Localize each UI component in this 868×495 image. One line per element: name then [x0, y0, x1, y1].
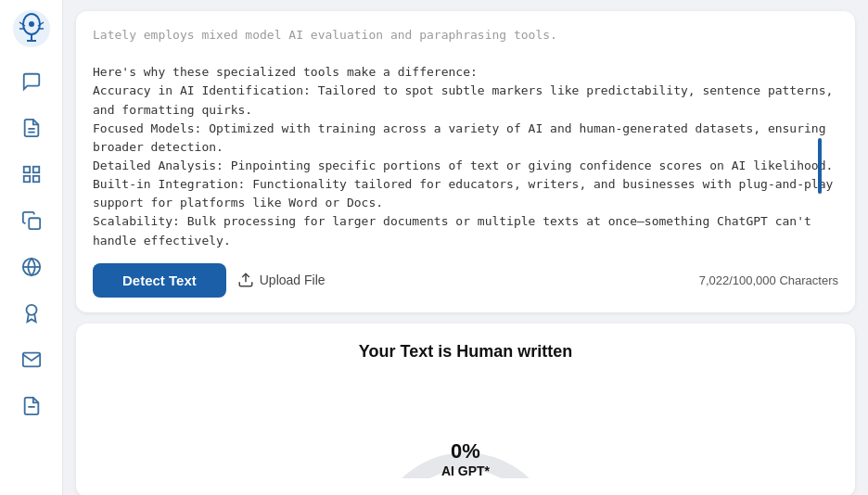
- sidebar-item-mail[interactable]: [11, 339, 52, 380]
- scrollbar-indicator[interactable]: [818, 138, 822, 194]
- gauge-chart: 0% AI GPT*: [373, 376, 558, 478]
- svg-point-18: [26, 305, 36, 315]
- svg-point-6: [29, 21, 34, 27]
- editor-text: Lately employs mixed model AI evaluation…: [93, 26, 838, 250]
- sidebar-item-translate[interactable]: [11, 247, 52, 287]
- svg-rect-15: [29, 218, 40, 229]
- upload-icon: [237, 272, 254, 288]
- svg-rect-11: [23, 167, 29, 172]
- editor-actions: Detect Text Upload File 7,022/100,000 Ch…: [93, 263, 838, 298]
- sidebar-item-chat[interactable]: [11, 61, 52, 102]
- editor-card: Lately employs mixed model AI evaluation…: [76, 11, 855, 312]
- editor-wrapper: Lately employs mixed model AI evaluation…: [93, 26, 838, 250]
- upload-label: Upload File: [260, 273, 326, 287]
- sidebar-item-file-text[interactable]: [11, 386, 52, 426]
- svg-rect-12: [32, 167, 38, 172]
- body-text: Here's why these specialized tools make …: [93, 65, 833, 247]
- upload-file-button[interactable]: Upload File: [237, 272, 326, 288]
- editor-left-actions: Detect Text Upload File: [93, 263, 326, 298]
- faded-text: Lately employs mixed model AI evaluation…: [93, 28, 557, 42]
- svg-rect-13: [23, 176, 29, 182]
- result-title: Your Text is Human written: [359, 342, 572, 362]
- sidebar: [0, 0, 63, 495]
- gauge-sublabel: AI GPT*: [441, 463, 490, 478]
- svg-rect-14: [32, 176, 38, 182]
- detect-text-button[interactable]: Detect Text: [93, 263, 226, 298]
- result-card: Your Text is Human written 0% AI GPT*: [76, 324, 855, 495]
- sidebar-item-grid[interactable]: [11, 154, 52, 195]
- app-logo[interactable]: [12, 9, 51, 48]
- sidebar-item-copy[interactable]: [11, 200, 52, 241]
- main-content: Lately employs mixed model AI evaluation…: [63, 0, 868, 495]
- sidebar-item-document[interactable]: [11, 108, 52, 148]
- char-count: 7,022/100,000 Characters: [699, 273, 838, 287]
- sidebar-item-badge[interactable]: [11, 293, 52, 334]
- gauge-label: 0% AI GPT*: [441, 439, 490, 478]
- gauge-percent: 0%: [441, 439, 490, 463]
